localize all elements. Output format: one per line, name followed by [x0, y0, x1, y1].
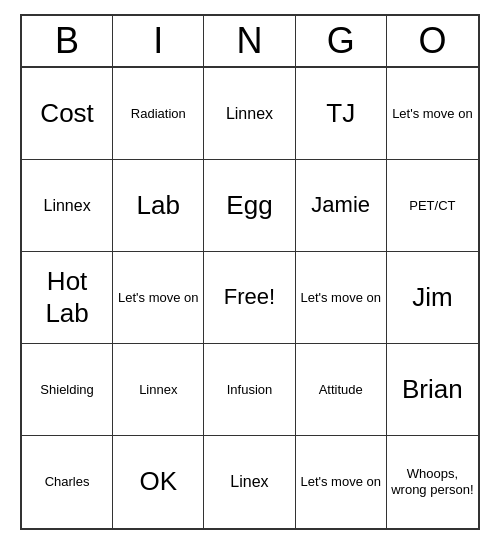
bingo-cell-15: Shielding: [22, 344, 113, 436]
bingo-cell-21: OK: [113, 436, 204, 528]
bingo-cell-23: Let's move on: [296, 436, 387, 528]
bingo-cell-20: Charles: [22, 436, 113, 528]
bingo-card: BINGO CostRadiationLinnexTJLet's move on…: [20, 14, 480, 530]
bingo-cell-2: Linnex: [204, 68, 295, 160]
header-letter-O: O: [387, 16, 478, 66]
bingo-cell-10: Hot Lab: [22, 252, 113, 344]
bingo-cell-3: TJ: [296, 68, 387, 160]
bingo-cell-7: Egg: [204, 160, 295, 252]
header-letter-B: B: [22, 16, 113, 66]
bingo-cell-16: Linnex: [113, 344, 204, 436]
bingo-cell-11: Let's move on: [113, 252, 204, 344]
header-letter-N: N: [204, 16, 295, 66]
bingo-grid: CostRadiationLinnexTJLet's move onLinnex…: [22, 68, 478, 528]
bingo-cell-22: Linex: [204, 436, 295, 528]
bingo-header: BINGO: [22, 16, 478, 68]
header-letter-I: I: [113, 16, 204, 66]
bingo-cell-8: Jamie: [296, 160, 387, 252]
header-letter-G: G: [296, 16, 387, 66]
bingo-cell-4: Let's move on: [387, 68, 478, 160]
bingo-cell-14: Jim: [387, 252, 478, 344]
bingo-cell-18: Attitude: [296, 344, 387, 436]
bingo-cell-9: PET/CT: [387, 160, 478, 252]
bingo-cell-24: Whoops, wrong person!: [387, 436, 478, 528]
bingo-cell-12: Free!: [204, 252, 295, 344]
bingo-cell-5: Linnex: [22, 160, 113, 252]
bingo-cell-13: Let's move on: [296, 252, 387, 344]
bingo-cell-17: Infusion: [204, 344, 295, 436]
bingo-cell-6: Lab: [113, 160, 204, 252]
bingo-cell-0: Cost: [22, 68, 113, 160]
bingo-cell-1: Radiation: [113, 68, 204, 160]
bingo-cell-19: Brian: [387, 344, 478, 436]
